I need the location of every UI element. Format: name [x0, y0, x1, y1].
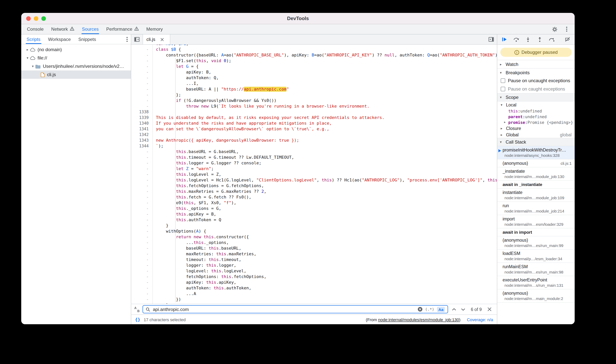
scope-section-header[interactable]: ▾ Scope [497, 93, 575, 102]
regex-toggle[interactable]: (.*) [425, 307, 434, 311]
navigator-more-button[interactable] [126, 35, 131, 44]
line-gutter[interactable]: - [131, 280, 153, 285]
line-gutter[interactable]: - [131, 274, 153, 280]
scope-group-closure[interactable]: ▸Closure [497, 125, 575, 131]
line-gutter[interactable]: - [131, 211, 153, 217]
main-tab-memory[interactable]: Memory [143, 24, 167, 34]
main-tab-network[interactable]: Network [47, 24, 78, 34]
line-gutter[interactable]: 1338 [131, 109, 153, 115]
callstack-frame[interactable]: runMainESMnode:internal/m…es/run_main:98 [497, 263, 575, 276]
match-case-toggle[interactable]: Aa [437, 307, 445, 312]
source-tab-cli-js[interactable]: cli.js [143, 35, 170, 44]
tree-row[interactable]: ▾Users/jinhuilee/.nvm/versions/node/v2… [21, 62, 131, 70]
line-gutter[interactable]: - [131, 81, 153, 86]
line-gutter[interactable]: - [131, 291, 153, 297]
line-gutter[interactable]: 1340 [131, 120, 153, 126]
navigator-tab-scripts[interactable]: Scripts [23, 35, 44, 44]
callstack-frame[interactable]: promiseInitHookWithDestroyTr…node:intern… [497, 146, 575, 159]
line-gutter[interactable]: - [131, 166, 153, 172]
line-gutter[interactable]: - [131, 223, 153, 228]
line-gutter[interactable]: - [131, 172, 153, 177]
navigator-tab-snippets[interactable]: Snippets [74, 35, 100, 44]
pretty-print-button[interactable]: {} [135, 317, 140, 322]
main-tab-sources[interactable]: Sources [78, 24, 102, 34]
line-gutter[interactable]: - [131, 234, 153, 240]
line-gutter[interactable]: - [131, 206, 153, 211]
line-gutter[interactable]: 1342 [131, 132, 153, 138]
scope-variable-row[interactable]: ▸promise: Promise {<pending>} [497, 119, 575, 125]
line-gutter[interactable]: - [131, 45, 153, 47]
line-gutter[interactable]: - [131, 75, 153, 81]
line-gutter[interactable]: - [131, 302, 153, 304]
clear-search-button[interactable] [418, 306, 422, 313]
callstack-frame[interactable]: runnode:internal/m…module_job:214 [497, 202, 575, 215]
line-gutter[interactable]: - [131, 69, 153, 75]
callstack-frame[interactable]: (anonymous)cli.js:1 [497, 159, 575, 168]
line-gutter[interactable]: - [131, 183, 153, 189]
tree-expander-icon[interactable]: ▾ [25, 56, 30, 60]
main-tab-performance[interactable]: Performance [102, 24, 142, 34]
line-gutter[interactable]: 1343 [131, 138, 153, 143]
tree-row[interactable]: ▸(no domain) [21, 45, 131, 54]
line-gutter[interactable]: - [131, 104, 153, 109]
line-gutter[interactable]: 1344 [131, 143, 153, 149]
line-gutter[interactable]: - [131, 297, 153, 302]
breakpoint-checkbox[interactable] [501, 87, 505, 91]
line-gutter[interactable]: - [131, 240, 153, 246]
line-gutter[interactable]: - [131, 200, 153, 206]
settings-button[interactable] [551, 26, 558, 33]
callstack-section-header[interactable]: ▾ Call Stack [497, 138, 575, 146]
tree-expander-icon[interactable]: ▾ [30, 65, 35, 68]
scope-variable-row[interactable]: this: undefined [497, 108, 575, 114]
line-gutter[interactable]: - [131, 194, 153, 200]
deactivate-breakpoints-button[interactable] [564, 36, 571, 43]
search-box[interactable]: (.*) Aa [143, 305, 448, 313]
source-mapping-link[interactable]: node:internal/modules/esm/module_job:130 [378, 317, 459, 322]
scope-group-local[interactable]: ▾Local [497, 102, 575, 108]
close-window-button[interactable] [26, 16, 31, 21]
navigator-tab-workspace[interactable]: Workspace [44, 35, 74, 44]
line-gutter[interactable]: - [131, 262, 153, 268]
callstack-frame[interactable]: _instantiatenode:internal/m…module_job:1… [497, 168, 575, 181]
step-button[interactable] [548, 36, 555, 43]
line-gutter[interactable]: 1341 [131, 126, 153, 132]
line-gutter[interactable]: - [131, 98, 153, 104]
zoom-window-button[interactable] [41, 16, 46, 21]
breakpoint-checkbox[interactable] [501, 78, 505, 83]
callstack-frame[interactable]: executeUserEntryPointnode:internal/m…s/r… [497, 276, 575, 289]
toggle-navigator-button[interactable] [134, 36, 140, 43]
coverage-link[interactable]: Coverage: n/a [467, 317, 493, 322]
tree-row[interactable]: ▾file:// [21, 54, 131, 62]
scope-variable-row[interactable]: parent: undefined [497, 114, 575, 119]
find-previous-button[interactable] [451, 306, 457, 313]
find-next-button[interactable] [460, 306, 466, 313]
tree-expander-icon[interactable]: ▸ [25, 48, 30, 52]
line-gutter[interactable]: - [131, 155, 153, 160]
find-mode-icon[interactable]: AB [134, 306, 140, 312]
resume-button[interactable] [501, 36, 508, 43]
breakpoint-row[interactable]: Pause on uncaught exceptions [497, 77, 575, 85]
line-gutter[interactable]: - [131, 92, 153, 98]
main-tab-console[interactable]: Console [23, 24, 47, 34]
line-gutter[interactable]: - [131, 47, 153, 52]
code-editor[interactable]: -var Xs0, $F1,-class $B {- constructor({… [131, 45, 497, 304]
line-gutter[interactable]: - [131, 86, 153, 92]
minimize-window-button[interactable] [34, 16, 38, 21]
step-out-button[interactable] [536, 36, 543, 43]
more-options-button[interactable] [563, 26, 570, 33]
line-gutter[interactable]: - [131, 52, 153, 58]
callstack-frame[interactable]: instantiatenode:internal/m…module_job:10… [497, 189, 575, 202]
callstack-frame[interactable]: loadESMnode:internal/p…/esm_loader:34 [497, 250, 575, 263]
line-gutter[interactable]: - [131, 217, 153, 223]
line-gutter[interactable]: - [131, 285, 153, 291]
line-gutter[interactable]: - [131, 64, 153, 69]
tab-close-icon[interactable] [160, 37, 164, 41]
line-gutter[interactable]: - [131, 189, 153, 194]
search-input[interactable] [153, 306, 415, 313]
line-gutter[interactable]: - [131, 257, 153, 262]
callstack-frame[interactable]: (anonymous)node:internal/m…es/run_main:9… [497, 236, 575, 250]
tree-row[interactable]: cli.js [21, 70, 131, 79]
callstack-frame[interactable]: importnode:internal/m…esm/loader:329 [497, 215, 575, 228]
line-gutter[interactable]: - [131, 268, 153, 274]
line-gutter[interactable]: - [131, 251, 153, 257]
